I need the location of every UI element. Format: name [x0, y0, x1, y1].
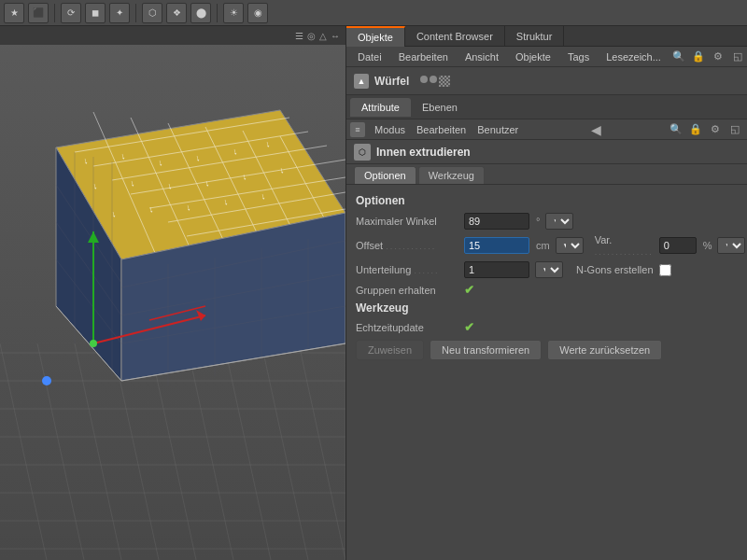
tab-optionen[interactable]: Optionen	[354, 166, 416, 184]
label-offset: Offset ............	[356, 240, 458, 251]
label-winkel: Maximaler Winkel	[356, 216, 458, 227]
toolbar-separator-3	[217, 4, 218, 22]
content-area: Optionen Maximaler Winkel ° ▼ Offset ...…	[346, 185, 747, 560]
tab-objekte[interactable]: Objekte	[346, 26, 405, 47]
viewport-icon-2: ◎	[307, 31, 316, 41]
object-type-icon: ▲	[354, 74, 369, 89]
toolbar-icon-3[interactable]: ◼	[85, 3, 106, 23]
button-werte-zuruecksetzen[interactable]: Werte zurücksetzen	[547, 340, 662, 360]
toolbar-icon-5[interactable]: ⬡	[142, 3, 162, 23]
menu-bearbeiten2[interactable]: Bearbeiten	[411, 123, 472, 136]
checkmark-gruppen: ✔	[464, 283, 474, 297]
attr-tabs: Attribute Ebenen	[346, 95, 747, 119]
main-container: ☰ ◎ △ ↔	[0, 26, 747, 560]
unit-var: %	[703, 240, 712, 251]
input-winkel[interactable]	[464, 213, 529, 230]
second-menu-icon: ≡	[350, 122, 365, 137]
lock-icon-2[interactable]: 🔒	[687, 121, 704, 138]
menu-ansicht[interactable]: Ansicht	[458, 49, 506, 64]
label-var: Var. ..............	[595, 234, 654, 257]
menu-objekte[interactable]: Objekte	[508, 49, 558, 64]
menu-icons-right: 🔍 🔒 ⚙ ◱	[670, 49, 746, 65]
second-menu-bar: ≡ Modus Bearbeiten Benutzer ◀ 🔍 🔒 ⚙ ◱	[346, 119, 747, 140]
input-offset[interactable]	[464, 237, 529, 254]
panel-icon-2[interactable]: ◱	[726, 121, 743, 138]
gear-icon-2[interactable]: ⚙	[707, 121, 724, 138]
top-toolbar: ★ ⬛ ⟳ ◼ ✦ ⬡ ❖ ⬤ ☀ ◉	[0, 0, 747, 26]
menu-benutzer[interactable]: Benutzer	[472, 123, 524, 136]
optionen-section-title: Optionen	[356, 194, 738, 207]
gear-icon[interactable]: ⚙	[710, 49, 726, 65]
right-panel: Objekte Content Browser Struktur Datei B…	[345, 26, 747, 560]
toolbar-separator-2	[135, 4, 136, 22]
unit-winkel: °	[536, 216, 540, 227]
input-var[interactable]	[659, 237, 697, 254]
form-row-winkel: Maximaler Winkel ° ▼	[356, 213, 738, 230]
3d-scene: ↓ ↓ ↓ ↓ ↓ ↓ ↓ ↓ ↓ ↓ ↓ ↓ ↓ ↓ ↓ ↓ ↓	[0, 26, 345, 560]
toolbar-icon-4[interactable]: ✦	[109, 3, 130, 23]
werkzeug-row-echtzeit: Echtzeitupdate ✔	[356, 320, 738, 334]
toolbar-icon-6[interactable]: ❖	[166, 3, 187, 23]
viewport-icon-3: △	[319, 31, 327, 41]
button-neu-transformieren[interactable]: Neu transformieren	[430, 340, 542, 360]
form-row-gruppen: Gruppen erhalten ✔	[356, 283, 738, 297]
dot-pattern	[439, 76, 450, 87]
menu-bearbeiten[interactable]: Bearbeiten	[391, 49, 456, 64]
button-row: Zuweisen Neu transformieren Werte zurück…	[356, 340, 738, 360]
label-gruppen: Gruppen erhalten	[356, 285, 458, 296]
search-icon-2[interactable]: 🔍	[668, 121, 684, 138]
select-winkel[interactable]: ▼	[545, 213, 573, 230]
menu-datei[interactable]: Datei	[350, 49, 389, 64]
toolbar-icon-1[interactable]: ⬛	[28, 3, 49, 23]
tab-ebenen[interactable]: Ebenen	[411, 98, 469, 117]
viewport-icon-1: ☰	[295, 31, 303, 41]
checkbox-ngons[interactable]	[659, 264, 671, 276]
input-unterteilung[interactable]	[464, 261, 529, 278]
select-offset[interactable]: ▼	[556, 237, 584, 254]
back-arrow[interactable]: ◀	[587, 122, 605, 137]
tab-attribute[interactable]: Attribute	[350, 98, 411, 117]
menu-bar: Datei Bearbeiten Ansicht Objekte Tags Le…	[346, 47, 747, 67]
menu-tags[interactable]: Tags	[560, 49, 597, 64]
panel-icon[interactable]: ◱	[729, 49, 746, 65]
viewport-icon-4: ↔	[331, 31, 340, 41]
toolbar-icon-7[interactable]: ⬤	[190, 3, 211, 23]
unit-offset: cm	[536, 240, 550, 251]
second-menu-icons: 🔍 🔒 ⚙ ◱	[668, 121, 743, 138]
tool-icon: ⬡	[354, 144, 371, 161]
panel-tabs: Objekte Content Browser Struktur	[346, 26, 747, 47]
toolbar-icon-8[interactable]: ☀	[223, 3, 244, 23]
object-row: ▲ Würfel	[346, 67, 747, 95]
werkzeug-section-title: Werkzeug	[356, 301, 738, 315]
label-unterteilung: Unterteilung ......	[356, 264, 458, 275]
tab-struktur[interactable]: Struktur	[505, 26, 565, 47]
option-tabs: Optionen Werkzeug	[346, 164, 747, 185]
svg-point-72	[90, 340, 97, 347]
checkmark-echtzeit: ✔	[464, 320, 474, 334]
toolbar-icon-0[interactable]: ★	[4, 3, 24, 23]
menu-modus[interactable]: Modus	[369, 123, 411, 136]
viewport[interactable]: ☰ ◎ △ ↔	[0, 26, 345, 560]
select-var[interactable]: ▼	[717, 237, 745, 254]
button-zuweisen[interactable]: Zuweisen	[356, 340, 424, 360]
dot-1	[420, 76, 428, 83]
toolbar-icon-2[interactable]: ⟳	[61, 3, 81, 23]
svg-point-71	[42, 376, 51, 385]
toolbar-icon-9[interactable]: ◉	[247, 3, 268, 23]
toolbar-separator-1	[54, 4, 55, 22]
viewport-top-bar: ☰ ◎ △ ↔	[0, 26, 345, 45]
object-dots	[420, 76, 450, 87]
form-row-unterteilung: Unterteilung ...... ▼ N-Gons erstellen	[356, 261, 738, 278]
tool-header: ⬡ Innen extrudieren	[346, 140, 747, 164]
form-row-offset: Offset ............ cm ▼ Var. ..........…	[356, 234, 738, 257]
tab-werkzeug[interactable]: Werkzeug	[418, 166, 485, 184]
select-unterteilung[interactable]: ▼	[535, 261, 563, 278]
dot-2	[430, 76, 437, 83]
tab-content-browser[interactable]: Content Browser	[405, 26, 505, 47]
object-name: Würfel	[374, 75, 409, 88]
label-ngons: N-Gons erstellen	[576, 264, 654, 275]
search-icon[interactable]: 🔍	[670, 49, 687, 65]
lock-icon[interactable]: 🔒	[690, 49, 707, 65]
tool-name: Innen extrudieren	[376, 146, 471, 159]
menu-lesezeichen[interactable]: Lesezeich...	[599, 49, 669, 64]
